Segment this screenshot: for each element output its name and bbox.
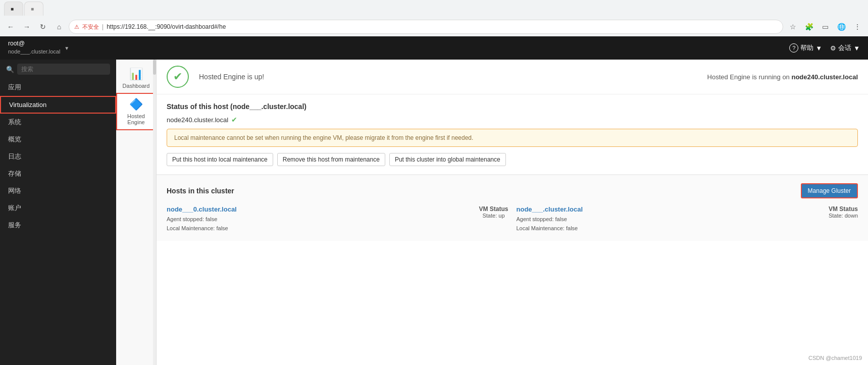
sidebar-item-overview[interactable]: 概览 bbox=[0, 131, 116, 148]
storage-label: 存储 bbox=[8, 169, 21, 178]
system-label: 系统 bbox=[8, 118, 21, 127]
refresh-button[interactable]: ↻ bbox=[36, 20, 49, 33]
sidebar-search[interactable]: 🔍 bbox=[0, 60, 116, 79]
host-card-1-vm: VM Status State: up bbox=[479, 205, 508, 233]
logs-label: 日志 bbox=[8, 152, 21, 161]
host-card-2-info: node___.cluster.local Agent stopped: fal… bbox=[517, 205, 819, 233]
running-info: Hosted Engine is running on node240.clus… bbox=[707, 73, 858, 81]
sidebar-item-services[interactable]: 服务 bbox=[0, 217, 116, 234]
sidebar-item-network[interactable]: 网络 bbox=[0, 182, 116, 199]
host-2-maintenance: Local Maintenance: false bbox=[517, 224, 819, 233]
apps-label: 应用 bbox=[8, 83, 21, 92]
window-button[interactable]: ▭ bbox=[819, 20, 832, 33]
sidebar-item-logs[interactable]: 日志 bbox=[0, 148, 116, 165]
host-card-2-vm: VM Status State: down bbox=[829, 205, 858, 233]
status-bar: ✔ Hosted Engine is up! Hosted Engine is … bbox=[157, 60, 868, 94]
search-icon: 🔍 bbox=[6, 66, 14, 73]
checkmark-icon: ✔ bbox=[173, 70, 182, 83]
address-bar[interactable]: ⚠ 不安全 | https://192.168.__:9090/ovirt-da… bbox=[69, 20, 783, 34]
dashboard-icon: 📊 bbox=[129, 68, 143, 81]
scroll-track bbox=[153, 60, 156, 365]
app-wrapper: root@ node___.cluster.local ▼ ? 帮助 ▼ ⚙ 会… bbox=[0, 36, 868, 365]
sidebar: 🔍 应用 Virtualization 系统 概览 日志 存储 网络 bbox=[0, 60, 116, 365]
hostname-label: node___.cluster.local bbox=[8, 48, 60, 55]
host-1-name: node___0.cluster.local bbox=[167, 205, 469, 213]
manage-cluster-button[interactable]: Manage Gluster bbox=[801, 183, 858, 198]
browser-toolbar: ← → ↻ ⌂ ⚠ 不安全 | https://192.168.__:9090/… bbox=[0, 17, 868, 36]
help-circle-icon: ? bbox=[789, 43, 798, 53]
host-row: node240.cluster.local ✔ bbox=[167, 116, 858, 124]
hosted-engine-label: Hosted Engine bbox=[119, 113, 153, 125]
sidebar-item-virtualization[interactable]: Virtualization bbox=[0, 96, 116, 114]
hosted-engine-icon: 🔷 bbox=[129, 98, 143, 111]
running-host: node240.cluster.local bbox=[791, 73, 858, 81]
browser-tabs: ■ ■ bbox=[0, 0, 868, 17]
scroll-thumb bbox=[153, 60, 156, 75]
hosts-grid: node___0.cluster.local Agent stopped: fa… bbox=[167, 205, 858, 233]
engine-status-icon: ✔ bbox=[167, 66, 189, 88]
network-label: 网络 bbox=[8, 186, 21, 195]
host-name: node240.cluster.local bbox=[167, 116, 228, 124]
engine-status-text: Hosted Engine is up! bbox=[199, 73, 264, 81]
host-2-vm-state: State: down bbox=[829, 213, 858, 219]
host-2-agent: Agent stopped: false bbox=[517, 215, 819, 224]
left-panel-hosted-engine[interactable]: 🔷 Hosted Engine bbox=[116, 93, 156, 130]
remove-maintenance-button[interactable]: Remove this host from maintenance bbox=[277, 153, 385, 166]
extensions-button[interactable]: 🧩 bbox=[802, 20, 815, 33]
help-dropdown-arrow: ▼ bbox=[815, 44, 822, 52]
left-panel-dashboard[interactable]: 📊 Dashboard bbox=[116, 64, 156, 93]
browser-chrome: ■ ■ ← → ↻ ⌂ ⚠ 不安全 | https://192.168.__:9… bbox=[0, 0, 868, 36]
running-prefix: Hosted Engine is running on bbox=[707, 73, 790, 81]
settings-button[interactable]: ⚙ 会话 ▼ bbox=[830, 43, 860, 53]
top-nav-right: ? 帮助 ▼ ⚙ 会话 ▼ bbox=[789, 43, 860, 53]
cluster-header: Hosts in this cluster Manage Gluster bbox=[167, 183, 858, 198]
forward-button[interactable]: → bbox=[20, 20, 33, 33]
warning-box: Local maintenance cannot be set when run… bbox=[167, 129, 858, 147]
help-button[interactable]: ? 帮助 ▼ bbox=[789, 43, 822, 53]
global-maintenance-button[interactable]: Put this cluster into global maintenance bbox=[389, 153, 506, 166]
sidebar-item-accounts[interactable]: 账户 bbox=[0, 199, 116, 217]
host-1-agent: Agent stopped: false bbox=[167, 215, 469, 224]
main-content: 🔍 应用 Virtualization 系统 概览 日志 存储 网络 bbox=[0, 60, 868, 365]
browser-tab-1[interactable]: ■ bbox=[4, 2, 23, 16]
action-buttons: Put this host into local maintenance Rem… bbox=[167, 153, 858, 166]
host-1-vm-state: State: up bbox=[479, 213, 508, 219]
gear-icon: ⚙ bbox=[830, 44, 836, 52]
back-button[interactable]: ← bbox=[4, 20, 17, 33]
warning-text: Local maintenance cannot be set when run… bbox=[174, 134, 473, 141]
overview-label: 概览 bbox=[8, 135, 21, 144]
host-section: Status of this host (node___.cluster.loc… bbox=[157, 94, 868, 175]
user-dropdown-arrow[interactable]: ▼ bbox=[64, 45, 69, 51]
search-input[interactable] bbox=[17, 64, 110, 75]
host-2-vm-label: VM Status bbox=[829, 205, 858, 213]
host-1-maintenance: Local Maintenance: false bbox=[167, 224, 469, 233]
watermark: CSDN @chamet1019 bbox=[808, 355, 862, 361]
virtualization-label: Virtualization bbox=[9, 101, 46, 109]
bookmark-button[interactable]: ☆ bbox=[786, 20, 799, 33]
sidebar-item-storage[interactable]: 存储 bbox=[0, 165, 116, 182]
user-label: root@ bbox=[8, 40, 25, 47]
local-maintenance-button[interactable]: Put this host into local maintenance bbox=[167, 153, 273, 166]
dashboard-label: Dashboard bbox=[123, 83, 150, 89]
user-info: root@ node___.cluster.local bbox=[8, 40, 60, 56]
browser-tab-2[interactable]: ■ bbox=[24, 2, 43, 16]
settings-dropdown-arrow: ▼ bbox=[853, 44, 860, 52]
host-card-2: node___.cluster.local Agent stopped: fal… bbox=[517, 205, 858, 233]
host-1-vm-label: VM Status bbox=[479, 205, 508, 213]
top-nav: root@ node___.cluster.local ▼ ? 帮助 ▼ ⚙ 会… bbox=[0, 36, 868, 60]
menu-button[interactable]: ⋮ bbox=[851, 20, 864, 33]
top-nav-left: root@ node___.cluster.local ▼ bbox=[8, 40, 69, 56]
security-label: 不安全 bbox=[82, 23, 99, 31]
home-button[interactable]: ⌂ bbox=[53, 20, 66, 33]
profile-button[interactable]: 🌐 bbox=[835, 20, 848, 33]
url-text: https://192.168.__:9090/ovirt-dashboard#… bbox=[107, 23, 226, 30]
services-label: 服务 bbox=[8, 221, 21, 230]
left-panel: 📊 Dashboard 🔷 Hosted Engine bbox=[116, 60, 157, 365]
host-card-1-info: node___0.cluster.local Agent stopped: fa… bbox=[167, 205, 469, 233]
cluster-section: Hosts in this cluster Manage Gluster nod… bbox=[157, 175, 868, 241]
inner-layout: 📊 Dashboard 🔷 Hosted Engine ✔ bbox=[116, 60, 868, 365]
sidebar-item-system[interactable]: 系统 bbox=[0, 114, 116, 131]
cluster-title: Hosts in this cluster bbox=[167, 187, 234, 195]
sidebar-item-apps[interactable]: 应用 bbox=[0, 79, 116, 96]
host-card-1: node___0.cluster.local Agent stopped: fa… bbox=[167, 205, 508, 233]
